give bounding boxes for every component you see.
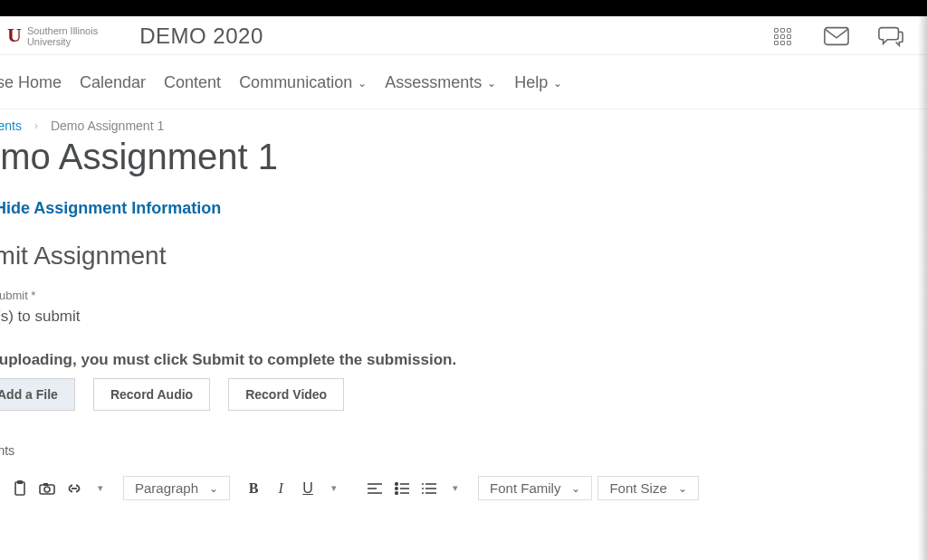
- toolbar-group-insert: ▾: [2, 479, 118, 498]
- font-family-select[interactable]: Font Family ⌄: [478, 476, 592, 500]
- files-to-submit-hint: to submit *: [0, 289, 927, 302]
- breadcrumb: nments › Demo Assignment 1: [0, 115, 927, 135]
- svg-rect-2: [17, 480, 23, 484]
- file-action-row: Add a File Record Audio Record Video: [0, 378, 927, 411]
- svg-point-11: [396, 487, 398, 489]
- chat-icon[interactable]: [878, 25, 903, 47]
- chevron-down-icon: ⌄: [209, 482, 218, 495]
- font-family-label: Font Family: [490, 480, 560, 496]
- apps-grid-icon[interactable]: [769, 25, 795, 47]
- font-size-select[interactable]: Font Size ⌄: [597, 476, 698, 500]
- svg-rect-1: [15, 482, 24, 495]
- header: U Southern Illinois University DEMO 2020: [0, 16, 927, 55]
- link-icon[interactable]: [65, 479, 83, 498]
- breadcrumb-root[interactable]: nments: [0, 119, 22, 133]
- list-dropdown-icon[interactable]: ▾: [447, 482, 464, 494]
- format-dropdown-icon[interactable]: ▾: [326, 482, 342, 494]
- right-edge-shadow: [918, 16, 927, 560]
- svg-rect-0: [825, 28, 848, 45]
- course-title: DEMO 2020: [139, 24, 263, 49]
- breadcrumb-separator-icon: ›: [34, 119, 38, 132]
- logo-u-mark: U: [7, 25, 22, 45]
- toolbar-group-format: B I U ▾: [235, 479, 351, 498]
- paragraph-format-label: Paragraph: [135, 480, 198, 496]
- nav-content[interactable]: Content: [164, 73, 221, 92]
- camera-icon[interactable]: [38, 479, 56, 498]
- org-line1: Southern Illinois: [27, 25, 98, 36]
- chevron-down-icon: ⌄: [487, 77, 496, 90]
- main-content: nments › Demo Assignment 1 emo Assignmen…: [0, 109, 927, 506]
- hide-assignment-info-link[interactable]: Hide Assignment Information: [0, 199, 927, 218]
- ordered-list-icon[interactable]: [420, 479, 438, 498]
- org-logo-block: U Southern Illinois University: [7, 25, 98, 47]
- chevron-down-icon: ⌄: [553, 77, 562, 90]
- nav-label: Calendar: [80, 73, 146, 92]
- chevron-down-icon: ⌄: [678, 482, 687, 495]
- underline-button[interactable]: U: [299, 479, 317, 498]
- record-video-button[interactable]: Record Video: [228, 378, 344, 411]
- top-black-bar: [0, 0, 927, 16]
- header-icon-row: [769, 25, 903, 47]
- svg-point-4: [44, 487, 50, 492]
- bold-button[interactable]: B: [244, 479, 263, 498]
- nav-label: Help: [514, 73, 548, 92]
- org-line2: University: [27, 36, 98, 47]
- svg-point-9: [396, 482, 398, 485]
- submit-section-title: bmit Assignment: [0, 242, 927, 271]
- nav-label: rse Home: [0, 73, 62, 92]
- add-a-file-button[interactable]: Add a File: [0, 378, 75, 411]
- submit-notice: er uploading, you must click Submit to c…: [0, 351, 927, 369]
- nav-label: Assessments: [385, 73, 482, 92]
- italic-button[interactable]: I: [272, 479, 290, 498]
- insert-dropdown-icon[interactable]: ▾: [92, 482, 109, 494]
- svg-point-13: [396, 491, 398, 494]
- nav-calendar[interactable]: Calendar: [80, 73, 146, 92]
- breadcrumb-current: Demo Assignment 1: [51, 119, 164, 133]
- comments-label: ments: [0, 443, 927, 458]
- nav-label: Content: [164, 73, 221, 92]
- org-name: Southern Illinois University: [27, 25, 98, 47]
- unordered-list-icon[interactable]: [393, 479, 411, 498]
- nav-course-home[interactable]: rse Home: [0, 73, 62, 92]
- svg-rect-5: [43, 483, 48, 486]
- font-size-label: Font Size: [609, 480, 666, 496]
- align-left-icon[interactable]: [366, 479, 384, 498]
- paragraph-format-select[interactable]: Paragraph ⌄: [123, 476, 230, 500]
- files-to-submit-label: ile(s) to submit: [0, 308, 927, 326]
- mail-icon[interactable]: [824, 25, 849, 47]
- course-nav: rse Home Calendar Content Communication⌄…: [0, 55, 927, 109]
- toolbar-group-list: ▾: [357, 479, 473, 498]
- nav-label: Communication: [239, 73, 352, 92]
- page-title: emo Assignment 1: [0, 135, 927, 199]
- chevron-down-icon: ⌄: [358, 77, 367, 90]
- clipboard-icon[interactable]: [11, 479, 29, 498]
- record-audio-button[interactable]: Record Audio: [93, 378, 210, 411]
- nav-assessments[interactable]: Assessments⌄: [385, 73, 496, 92]
- chevron-down-icon: ⌄: [571, 482, 580, 495]
- nav-communication[interactable]: Communication⌄: [239, 73, 367, 92]
- editor-toolbar: ▾ Paragraph ⌄ B I U ▾ ▾ Font Family: [2, 470, 927, 506]
- nav-help[interactable]: Help⌄: [514, 73, 562, 92]
